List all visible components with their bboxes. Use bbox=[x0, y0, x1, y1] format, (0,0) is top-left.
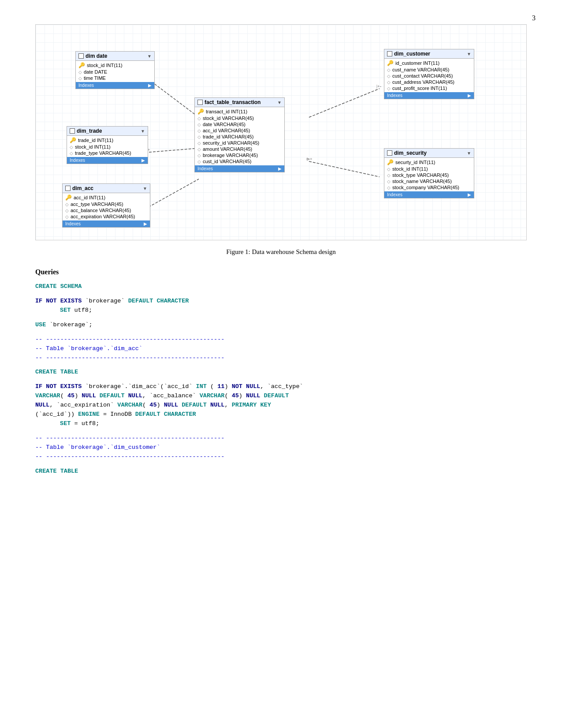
table-dim-trade: dim_trade ▼ 🔑 trade_id INT(11) ◇ stock_i… bbox=[67, 126, 148, 164]
svg-text:|+-: |+- bbox=[376, 84, 381, 89]
code-if-not-exists-dim-acc: IF NOT EXISTS `brokerage`.`dim_acc`(`acc… bbox=[35, 382, 527, 429]
code-create-table-2: CREATE TABLE bbox=[35, 467, 527, 476]
svg-line-2 bbox=[145, 148, 199, 153]
page-number: 3 bbox=[532, 14, 536, 22]
section-heading-queries: Queries bbox=[35, 268, 527, 276]
table-dim-customer: dim_customer ▼ 🔑 id_customer INT(11) ◇ c… bbox=[384, 49, 474, 99]
svg-line-4 bbox=[145, 179, 199, 209]
table-title-fact: fact_table_transaction bbox=[205, 99, 261, 105]
code-comment-dim-customer: -- -------------------------------------… bbox=[35, 434, 527, 462]
svg-line-6 bbox=[309, 89, 380, 117]
table-title-dim-acc: dim_acc bbox=[72, 185, 93, 191]
svg-text:⊳+: ⊳+ bbox=[306, 157, 313, 161]
figure-caption: Figure 1: Data warehouse Schema design bbox=[35, 248, 527, 256]
svg-line-8 bbox=[309, 161, 380, 177]
code-area: CREATE SCHEMA IF NOT EXISTS `brokerage` … bbox=[35, 282, 527, 476]
table-dim-acc: dim_acc ▼ 🔑 acc_id INT(11) ◇ acc_type VA… bbox=[62, 183, 150, 228]
schema-diagram: |+ ++ -| |+- ⊳+ dim date ▼ 🔑 stock_id IN… bbox=[35, 24, 527, 240]
table-title-dim-date: dim date bbox=[86, 53, 107, 59]
table-title-dim-customer: dim_customer bbox=[394, 51, 430, 57]
table-title-dim-security: dim_security bbox=[394, 150, 427, 156]
table-dim-security: dim_security ▼ 🔑 securty_id INT(11) ◇ st… bbox=[384, 148, 474, 198]
code-if-not-exists-brokerage: IF NOT EXISTS `brokerage` DEFAULT CHARAC… bbox=[35, 297, 527, 315]
table-fact-transaction: fact_table_transaction ▼ 🔑 transact_id I… bbox=[194, 97, 285, 172]
table-title-dim-trade: dim_trade bbox=[77, 128, 102, 134]
code-use-brokerage: USE `brokerage`; bbox=[35, 321, 527, 330]
table-dim-date: dim date ▼ 🔑 stock_id INT(11) ◇ date DAT… bbox=[75, 51, 155, 89]
code-create-table-1: CREATE TABLE bbox=[35, 368, 527, 377]
code-create-schema: CREATE SCHEMA bbox=[35, 282, 527, 291]
code-comment-dim-acc: -- -------------------------------------… bbox=[35, 335, 527, 363]
